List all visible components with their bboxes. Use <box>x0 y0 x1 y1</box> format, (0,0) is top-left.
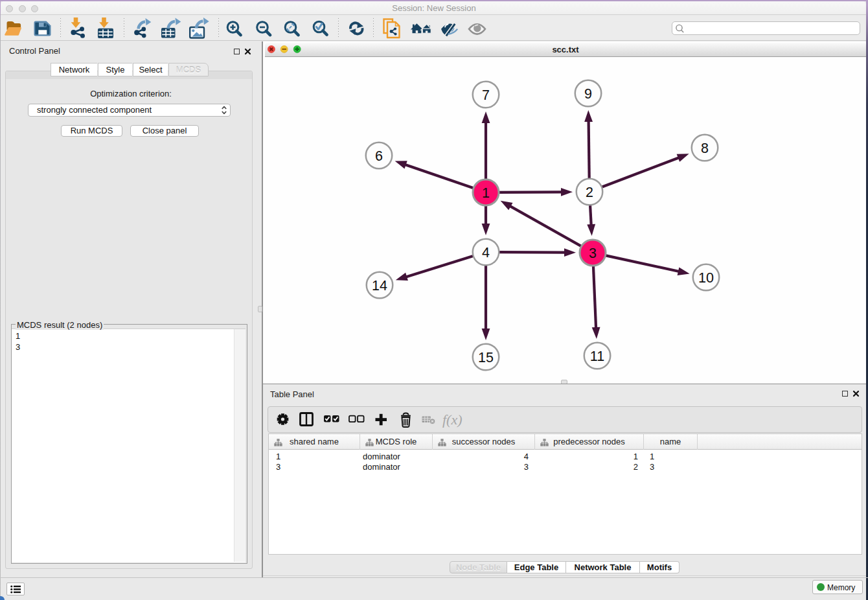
svg-text:15: 15 <box>478 350 494 365</box>
svg-text:3: 3 <box>589 246 597 261</box>
svg-text:8: 8 <box>701 141 709 156</box>
svg-text:4: 4 <box>482 245 490 260</box>
svg-text:1: 1 <box>482 185 490 201</box>
svg-text:f(x): f(x) <box>442 411 463 428</box>
svg-text:2: 2 <box>586 185 593 200</box>
svg-text:9: 9 <box>584 86 592 102</box>
svg-text:10: 10 <box>698 270 714 286</box>
svg-text:6: 6 <box>375 148 383 164</box>
svg-text:7: 7 <box>482 87 490 103</box>
svg-text:14: 14 <box>372 278 387 294</box>
svg-text:11: 11 <box>590 349 604 364</box>
